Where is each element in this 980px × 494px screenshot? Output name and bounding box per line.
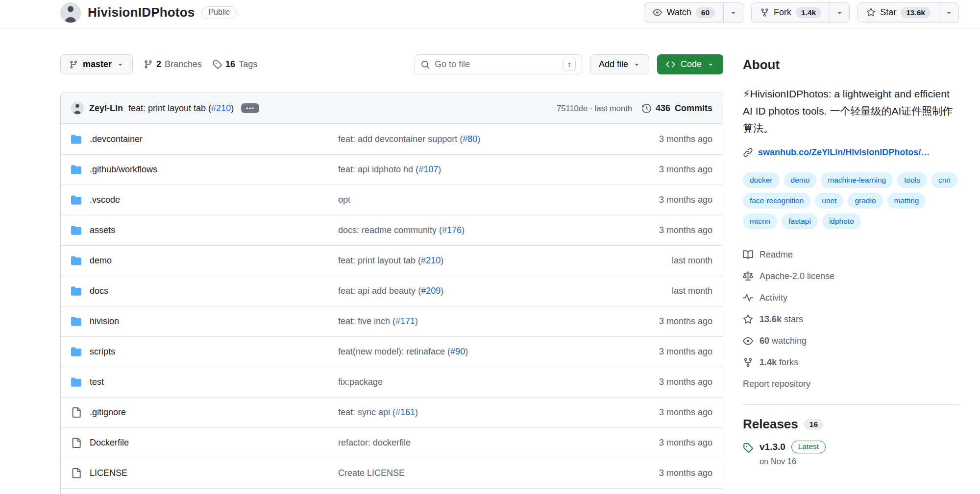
topic-tag[interactable]: mtcnn [743,213,777,229]
commit-description-toggle[interactable]: ••• [241,103,259,113]
topic-tag[interactable]: tools [897,172,927,188]
row-pr-link[interactable]: #210 [421,256,441,265]
fork-dropdown[interactable] [830,3,849,22]
file-name[interactable]: scripts [90,347,115,357]
watchers-link[interactable]: 60 watching [743,330,959,352]
topic-tag[interactable]: face-recognition [743,193,810,209]
add-file-button[interactable]: Add file [590,54,649,74]
topic-tag[interactable]: idphoto [822,213,861,229]
row-pr-link[interactable]: #176 [442,225,462,235]
topic-tag[interactable]: fastapi [782,213,818,229]
table-row[interactable]: test fix:package 3 months ago [61,367,723,397]
file-name[interactable]: .vscode [90,195,120,205]
table-row[interactable]: assets docs: readme community (#176) 3 m… [61,215,723,245]
readme-link[interactable]: Readme [743,244,959,265]
row-pr-link[interactable]: #171 [395,316,415,326]
table-row[interactable]: .devcontainer feat: add devcontainer sup… [61,124,723,154]
go-to-file-search[interactable]: t [415,54,582,74]
star-icon [743,314,753,325]
watch-dropdown[interactable] [723,3,743,22]
topic-tag[interactable]: docker [743,172,780,188]
row-pr-link[interactable]: #161 [395,407,415,417]
topic-tag[interactable]: unet [815,193,843,209]
table-row[interactable]: hivision feat: five inch (#171) 3 months… [61,306,723,336]
table-row[interactable]: .vscode opt 3 months ago [61,185,723,215]
code-button[interactable]: Code [657,54,723,74]
stars-link[interactable]: 13.6k stars [743,308,959,330]
row-pr-link[interactable]: #80 [463,134,477,144]
branches-link[interactable]: 2 Branches [144,59,202,70]
row-commit-message[interactable]: feat: api add beauty ( [338,286,421,296]
commit-date: 3 months ago [605,438,712,448]
row-pr-link[interactable]: #209 [421,286,441,296]
row-commit-message[interactable]: docs: readme community ( [338,225,442,235]
commit-pr-link[interactable]: #210 [211,103,231,113]
watch-button[interactable]: Watch 60 [644,3,723,22]
forks-link[interactable]: 1.4k forks [743,352,959,373]
row-commit-message[interactable]: feat: add devcontainer support ( [338,134,463,144]
file-name[interactable]: demo [90,256,112,266]
table-row[interactable]: .gitignore feat: sync api (#161) 3 month… [61,397,723,427]
file-name[interactable]: assets [90,225,115,235]
row-commit-message[interactable]: fix:package [338,377,383,387]
table-row[interactable]: scripts feat(new model): retinaface (#90… [61,336,723,367]
report-repository-link[interactable]: Report repository [743,373,959,395]
license-link[interactable]: Apache-2.0 license [743,265,959,287]
topic-tag[interactable]: demo [784,172,817,188]
row-commit-message[interactable]: feat: five inch ( [338,316,395,326]
commit-message-cell: feat: sync api (#161) [338,407,605,418]
row-pr-link[interactable]: #107 [418,165,438,174]
tags-link[interactable]: 16 Tags [213,59,257,70]
table-row[interactable]: LICENSE Create LICENSE 3 months ago [61,458,723,488]
topic-tag[interactable]: machine-learning [821,172,893,188]
file-icon [71,438,81,448]
row-commit-message-suffix: ) [465,347,468,356]
chevron-down-icon [633,61,640,68]
row-commit-message[interactable]: feat: api idphoto hd ( [338,165,418,174]
row-commit-message[interactable]: Create LICENSE [338,468,405,478]
fork-button[interactable]: Fork 1.4k [752,3,830,22]
commit-message[interactable]: feat: print layout tab (#210) [128,103,234,114]
row-commit-message[interactable]: opt [338,195,350,205]
row-commit-message[interactable]: feat(new model): retinaface ( [338,347,450,356]
commit-date: 3 months ago [605,316,712,327]
file-icon [71,407,81,418]
topic-tag[interactable]: cnn [931,172,957,188]
website-link[interactable]: swanhub.co/ZeYiLin/HivisionIDPhotos/… [758,147,930,158]
repo-title[interactable]: HivisionIDPhotos [88,5,195,20]
file-name[interactable]: docs [90,286,108,296]
branch-selector[interactable]: master [60,54,133,74]
row-pr-link[interactable]: #90 [450,347,465,356]
table-row[interactable]: Dockerfile refactor: dockerfile 3 months… [61,427,723,458]
file-rows: .devcontainer feat: add devcontainer sup… [61,124,723,488]
repo-toolbar: master 2 Branches 16 Tags t [60,54,723,74]
file-name[interactable]: LICENSE [90,468,127,478]
commit-author-avatar[interactable] [71,102,84,115]
branches-count: 2 [156,59,161,70]
file-name[interactable]: .github/workflows [90,165,157,175]
file-name[interactable]: hivision [90,316,119,327]
file-name[interactable]: .devcontainer [90,134,143,144]
star-dropdown[interactable] [939,3,958,22]
file-name[interactable]: test [90,377,104,387]
go-to-file-input[interactable] [435,59,558,70]
commit-author[interactable]: Zeyi-Lin [89,103,123,114]
repo-owner-avatar[interactable] [60,2,81,23]
topic-tag[interactable]: matting [887,193,926,209]
row-commit-message[interactable]: feat: print layout tab ( [338,256,421,265]
table-row[interactable]: demo feat: print layout tab (#210) last … [61,245,723,276]
file-name[interactable]: Dockerfile [90,438,129,448]
row-commit-message[interactable]: feat: sync api ( [338,407,395,417]
releases-heading[interactable]: Releases 16 [743,417,959,432]
commit-sha-time[interactable]: 75110de · last month [557,104,632,113]
commit-date: 3 months ago [605,195,712,205]
table-row[interactable]: docs feat: api add beauty (#209) last mo… [61,276,723,306]
commit-history-link[interactable]: 436 Commits [642,103,712,114]
table-row[interactable]: .github/workflows feat: api idphoto hd (… [61,154,723,185]
file-name[interactable]: .gitignore [90,407,126,418]
activity-link[interactable]: Activity [743,287,959,308]
row-commit-message[interactable]: refactor: dockerfile [338,438,411,447]
star-button[interactable]: Star 13.6k [858,3,939,22]
topic-tag[interactable]: gradio [848,193,882,209]
latest-release[interactable]: v1.3.0 Latest on Nov 16 [743,441,959,466]
